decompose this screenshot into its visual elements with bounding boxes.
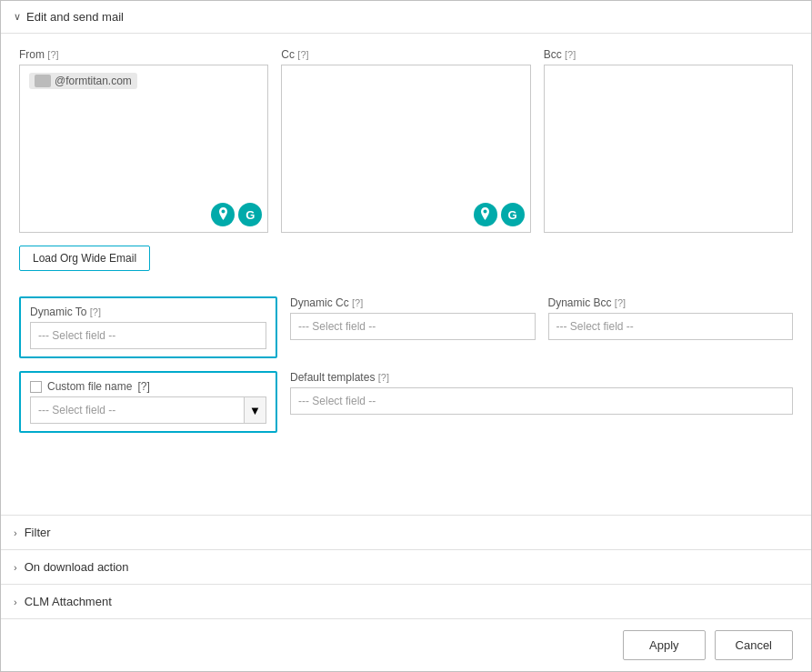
on-download-chevron-icon: ›: [14, 562, 17, 573]
dynamic-to-container: Dynamic To [?] --- Select field --: [19, 296, 277, 358]
g-icon[interactable]: G: [238, 203, 262, 226]
dynamic-bcc-field: Dynamic Bcc [?] --- Select field --: [548, 296, 794, 340]
dynamic-cc-label: Dynamic Cc [?]: [290, 296, 536, 309]
load-org-wide-email-button[interactable]: Load Org Wide Email: [19, 246, 150, 271]
load-org-btn-row: Load Org Wide Email: [19, 246, 793, 284]
chevron-down-icon: ∨: [14, 11, 21, 23]
bcc-label: Bcc [?]: [544, 48, 793, 61]
default-templates-label: Default templates [?]: [290, 371, 793, 384]
cc-field: Cc [?] G: [281, 48, 530, 233]
clm-attachment-chevron-icon: ›: [14, 597, 17, 607]
dialog-footer: Apply Cancel: [1, 618, 811, 671]
filter-section[interactable]: › Filter: [1, 515, 811, 549]
dynamic-cc-field: Dynamic Cc [?] --- Select field --: [290, 296, 536, 340]
clm-attachment-section[interactable]: › CLM Attachment: [1, 584, 811, 618]
default-templates-field: Default templates [?] --- Select field -…: [290, 371, 793, 415]
cc-pin-icon[interactable]: [474, 203, 497, 226]
dialog: ∨ Edit and send mail From [?] @formtitan…: [0, 0, 812, 672]
cancel-button[interactable]: Cancel: [715, 630, 793, 660]
apply-button[interactable]: Apply: [623, 630, 706, 660]
chip-icon: [35, 75, 51, 87]
custom-file-select[interactable]: --- Select field -- ▼: [30, 396, 266, 424]
custom-file-container: Custom file name [?] --- Select field --…: [19, 371, 277, 433]
from-label: From [?]: [19, 48, 268, 61]
cc-textarea[interactable]: G: [281, 65, 530, 233]
from-field: From [?] @formtitan.com: [19, 48, 268, 233]
cc-g-icon[interactable]: G: [501, 203, 525, 226]
filter-chevron-icon: ›: [14, 527, 17, 538]
cc-textarea-icons: G: [474, 203, 525, 226]
on-download-label: On download action: [25, 560, 129, 574]
from-chip: @formtitan.com: [29, 73, 137, 89]
section-header-edit-send-mail[interactable]: ∨ Edit and send mail: [1, 1, 811, 34]
from-textarea[interactable]: @formtitan.com G: [19, 65, 268, 233]
dynamic-bcc-label: Dynamic Bcc [?]: [548, 296, 794, 309]
filter-label: Filter: [25, 526, 51, 539]
email-fields-row: From [?] @formtitan.com: [19, 48, 793, 233]
on-download-section[interactable]: › On download action: [1, 549, 811, 584]
clm-attachment-label: CLM Attachment: [25, 595, 112, 608]
bcc-field: Bcc [?]: [544, 48, 793, 233]
custom-file-header: Custom file name [?]: [30, 380, 266, 393]
from-textarea-icons: G: [211, 203, 262, 226]
custom-file-checkbox[interactable]: [30, 381, 42, 393]
dynamic-to-label: Dynamic To [?]: [30, 306, 266, 318]
dynamic-row-1: Dynamic To [?] --- Select field -- Dynam…: [19, 296, 793, 358]
bcc-textarea[interactable]: [544, 65, 793, 233]
main-content: From [?] @formtitan.com: [1, 34, 811, 515]
custom-file-dropdown-arrow[interactable]: ▼: [244, 397, 266, 423]
dynamic-cc-select[interactable]: --- Select field --: [290, 313, 536, 340]
section-title: Edit and send mail: [26, 10, 124, 24]
pin-icon[interactable]: [211, 203, 235, 226]
cc-label: Cc [?]: [281, 48, 530, 61]
dynamic-to-select[interactable]: --- Select field --: [30, 322, 266, 349]
dynamic-bcc-select[interactable]: --- Select field --: [548, 313, 794, 340]
default-templates-select[interactable]: --- Select field --: [290, 387, 793, 415]
dynamic-row-2: Custom file name [?] --- Select field --…: [19, 371, 793, 433]
